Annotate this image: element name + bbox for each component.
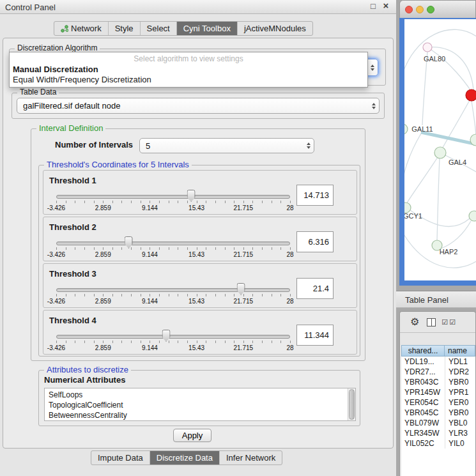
attribute-list-item[interactable]: TopologicalCoefficient [49, 400, 355, 410]
tick-label: -3.426 [47, 204, 65, 211]
select-all-check-icon[interactable]: ☑ [449, 319, 456, 326]
discretization-algorithm-label: Discretization Algorithm [15, 43, 100, 52]
top-tab-bar: NetworkStyleSelectCyni ToolboxjActiveMNo… [54, 21, 313, 36]
network-node[interactable] [423, 43, 432, 52]
tab-jactivemnodules[interactable]: jActiveMNodules [238, 22, 312, 35]
bottom-tab-bar: Impute DataDiscretize DataInfer Network [91, 450, 282, 465]
tab-cyni-toolbox[interactable]: Cyni Toolbox [177, 22, 238, 35]
table-row[interactable]: YBR045CYBR0 [401, 408, 475, 418]
table-row[interactable]: YLR345WYLR3 [401, 428, 475, 438]
table-data-combobox[interactable]: galFiltered.sif default node [17, 98, 380, 114]
slider-track[interactable] [56, 242, 290, 245]
number-of-intervals-value: 5 [146, 141, 150, 151]
threshold-slider[interactable]: -3.4262.8599.14415.4321.71528 [56, 328, 290, 354]
threshold-slider[interactable]: -3.4262.8599.14415.4321.71528 [56, 235, 290, 261]
tab-label: Impute Data [98, 453, 143, 463]
cell-shared-name: YBR045C [401, 408, 445, 418]
tick-label: 2.859 [95, 344, 111, 351]
table-row[interactable]: YBR043CYBR0 [401, 377, 475, 387]
list-scrollbar[interactable] [348, 388, 355, 420]
table-row[interactable]: YDR27...YDR2 [401, 367, 475, 377]
network-node-label: GCY1 [404, 212, 422, 220]
cell-name: YBR0 [445, 408, 475, 418]
number-of-intervals-combobox[interactable]: 5 [139, 138, 314, 153]
network-node[interactable] [434, 147, 446, 158]
slider-track[interactable] [56, 288, 290, 292]
table-row[interactable]: YIL052CYIL0 [401, 438, 475, 449]
tick-label: 15.43 [188, 204, 204, 211]
network-edge-thick [421, 132, 476, 144]
slider-track[interactable] [56, 335, 290, 339]
attribute-list-item[interactable]: SelfLoops [49, 390, 355, 400]
numerical-attributes-title: Numerical Attributes [44, 375, 125, 385]
table-body[interactable]: YDL19...YDL1YDR27...YDR2YBR043CYBR0YPR14… [401, 357, 475, 476]
minimize-icon[interactable]: □ [368, 1, 378, 11]
threshold-value-field[interactable]: 14.713 [296, 185, 334, 206]
dropdown-option-equal-width-frequency[interactable]: Equal Width/Frequency Discretization [13, 75, 364, 85]
column-header-name[interactable]: name [445, 345, 475, 357]
threshold-slider[interactable]: -3.4262.8599.14415.4321.71528 [56, 188, 290, 214]
tick-label: 9.144 [142, 344, 158, 351]
threshold-value-field[interactable]: 6.316 [296, 231, 334, 252]
threshold-slider[interactable]: -3.4262.8599.14415.4321.71528 [56, 282, 290, 307]
table-panel-titlebar: Table Panel [396, 291, 476, 308]
stepper-icon [371, 65, 374, 71]
control-panel-titlebar: Control Panel □ × [0, 0, 396, 14]
table-data-value: galFiltered.sif default node [23, 101, 120, 111]
network-node[interactable] [466, 89, 476, 101]
tick-label: 15.43 [188, 344, 204, 351]
scrollbar-thumb[interactable] [349, 389, 355, 420]
threshold-value-field[interactable]: 11.344 [296, 325, 334, 346]
select-check-icon[interactable]: ☑ [441, 319, 448, 326]
cell-shared-name: YBR043C [401, 377, 445, 387]
table-window: ⚙ ☑ ☑ shared... name YDL19...YDL1YDR27..… [399, 311, 476, 476]
column-header-shared-name[interactable]: shared... [401, 345, 445, 357]
network-node[interactable] [469, 211, 476, 221]
table-row[interactable]: YDL19...YDL1 [401, 357, 475, 367]
apply-button[interactable]: Apply [173, 429, 211, 442]
attributes-list[interactable]: SelfLoopsTopologicalCoefficientBetweenne… [44, 388, 356, 421]
dropdown-option-manual-discretization[interactable]: Manual Discretization [13, 65, 364, 75]
threshold-label: Threshold 1 [49, 176, 96, 185]
gear-icon[interactable]: ⚙ [410, 317, 419, 327]
traffic-light-minimize-icon[interactable] [416, 6, 424, 13]
cell-name: YER0 [445, 397, 475, 408]
algorithm-dropdown-popup: Select algorithm to view settings Manual… [9, 52, 368, 88]
tab-label: Select [147, 24, 170, 33]
slider-ticks [56, 341, 291, 343]
network-node[interactable] [404, 203, 411, 213]
tab-select[interactable]: Select [141, 22, 177, 35]
threshold-panel: Threshold 4-3.4262.8599.14415.4321.71528… [43, 310, 357, 355]
tab-discretize-data[interactable]: Discretize Data [150, 451, 220, 464]
slider-ticks [56, 201, 291, 203]
thresholds-group: Threshold's Coordinates for 5 Intervals … [38, 165, 360, 357]
tab-infer-network[interactable]: Infer Network [220, 451, 282, 464]
dropdown-placeholder: Select algorithm to view settings [10, 54, 367, 63]
network-titlebar[interactable] [399, 0, 476, 18]
close-icon[interactable]: × [381, 0, 391, 11]
table-row[interactable]: YER054CYER0 [401, 397, 475, 408]
network-frame: GAL80GAL11GAL4GCY1HAP2 [399, 18, 476, 286]
slider-tick-labels: -3.4262.8599.14415.4321.71528 [56, 204, 290, 212]
traffic-light-zoom-icon[interactable] [427, 6, 434, 13]
network-node[interactable] [404, 124, 408, 134]
table-data-label: Table Data [17, 88, 59, 96]
columns-icon[interactable] [427, 318, 436, 326]
tab-impute-data[interactable]: Impute Data [91, 451, 150, 464]
traffic-light-close-icon[interactable] [405, 6, 413, 13]
tab-label: Cyni Toolbox [183, 24, 231, 33]
attribute-list-item[interactable]: BetweennessCentrality [49, 410, 355, 420]
stepper-icon [307, 142, 311, 149]
table-header-row: shared... name [401, 345, 475, 357]
network-canvas[interactable]: GAL80GAL11GAL4GCY1HAP2 [404, 19, 476, 280]
table-row[interactable]: YBL079WYBL0 [401, 418, 475, 428]
tick-label: 21.715 [234, 344, 254, 351]
table-row[interactable]: YPR145WYPR1 [401, 387, 475, 397]
tab-network[interactable]: Network [54, 22, 109, 35]
slider-tick-labels: -3.4262.8599.14415.4321.71528 [56, 298, 290, 305]
cell-name: YDL1 [445, 357, 475, 367]
threshold-value-field[interactable]: 21.4 [296, 278, 334, 299]
tab-style[interactable]: Style [109, 22, 141, 35]
attributes-group-label: Attributes to discretize [44, 365, 131, 374]
slider-track[interactable] [56, 195, 290, 199]
